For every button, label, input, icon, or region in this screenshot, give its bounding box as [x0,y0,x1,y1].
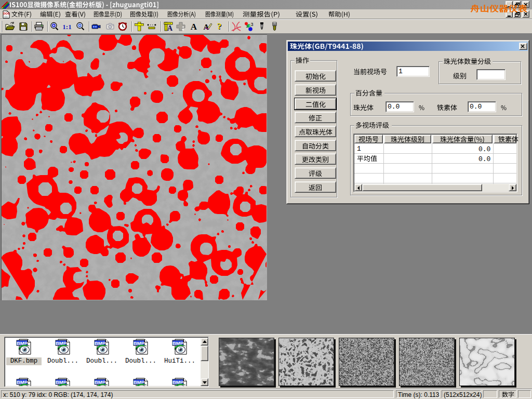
svg-text:3: 3 [251,22,254,27]
svg-text:A: A [167,24,173,32]
svg-text:1:1: 1:1 [62,23,71,31]
svg-text:DOC: DOC [3,12,10,15]
svg-text:A: A [191,22,197,32]
svg-text:?: ? [217,21,222,31]
